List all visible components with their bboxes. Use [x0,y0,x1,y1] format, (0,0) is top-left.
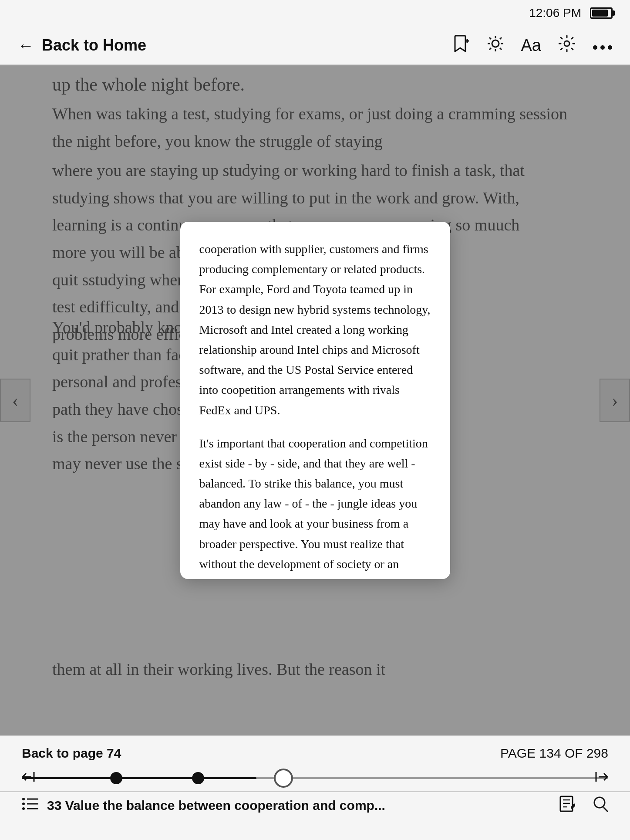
font-icon[interactable]: Aa [521,36,541,55]
notes-icon[interactable] [559,796,575,816]
back-arrow-icon[interactable]: ← [17,36,34,55]
progress-marker-2[interactable] [192,772,204,784]
status-time: 12:06 PM [529,6,581,20]
svg-line-8 [500,48,502,50]
bookmark-icon[interactable] [454,35,470,56]
svg-point-11 [564,41,569,46]
search-icon[interactable] [593,796,608,816]
nav-bar: ← Back to Home Aa [0,26,630,65]
modal-popup: cooperation with supplier, customers and… [180,222,450,579]
progress-end-icon[interactable] [595,770,608,786]
svg-line-9 [500,37,502,39]
svg-point-21 [22,803,25,805]
chapter-label: 33 Value the balance between cooperation… [47,798,551,813]
page-indicator: PAGE 134 OF 298 [500,746,608,761]
svg-point-12 [593,45,597,50]
progress-container [0,765,630,791]
svg-point-14 [608,45,612,50]
svg-point-23 [22,807,25,810]
svg-point-2 [492,40,499,47]
battery-icon [590,7,613,19]
bottom-nav-row: Back to page 74 PAGE 134 OF 298 [0,736,630,765]
progress-current-marker[interactable] [274,769,293,788]
nav-left: ← Back to Home [17,36,146,55]
modal-overlay[interactable]: cooperation with supplier, customers and… [0,65,630,735]
bottom-action-row: 33 Value the balance between cooperation… [0,791,630,819]
settings-icon[interactable] [559,35,575,55]
modal-paragraph-1: cooperation with supplier, customers and… [199,239,431,420]
svg-point-19 [22,798,25,800]
list-icon[interactable] [22,796,38,815]
back-to-home-label[interactable]: Back to Home [42,36,146,54]
modal-paragraph-2: It's important that cooperation and comp… [199,434,431,579]
back-to-page-label[interactable]: Back to page 74 [22,746,121,761]
nav-right-icons: Aa [454,35,613,56]
svg-line-10 [489,48,491,50]
svg-line-7 [489,37,491,39]
progress-fill [22,777,256,779]
bottom-right-icons [559,796,608,816]
svg-point-13 [600,45,605,50]
progress-marker-1[interactable] [110,772,122,784]
svg-line-30 [603,807,608,812]
bottom-bar: Back to page 74 PAGE 134 OF 298 [0,735,630,840]
more-icon[interactable] [593,37,613,54]
brightness-icon[interactable] [487,35,504,55]
status-bar: 12:06 PM [0,0,630,26]
reading-area: up the whole night before. When was taki… [0,65,630,735]
svg-point-29 [594,797,605,808]
